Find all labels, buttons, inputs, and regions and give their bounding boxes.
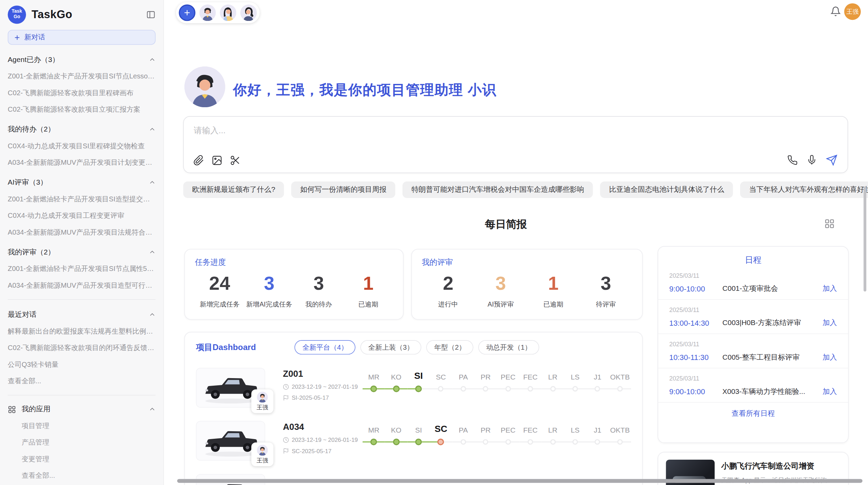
suggestion-chip[interactable]: 当下年轻人对汽车外观有怎样的喜好趋势	[740, 182, 868, 198]
suggestion-chip[interactable]: 特朗普可能对进口汽车增税会对中国车企造成哪些影响	[402, 182, 593, 198]
sidebar-task-item[interactable]: Z001-全新燃油皮卡产品开发项目SI节点Lesson Learn报告	[8, 72, 156, 81]
send-icon[interactable]	[826, 154, 837, 166]
sidebar-collapse-icon[interactable]	[146, 10, 155, 19]
milestone: FEC	[519, 422, 542, 447]
milestone-dot	[550, 386, 555, 391]
event-join-link[interactable]: 加入	[823, 318, 837, 328]
my-apps-list: 项目管理 产品管理 变更管理	[8, 421, 156, 464]
milestone-label: PR	[481, 369, 491, 381]
suggestion-chip[interactable]: 如何写一份清晰的项目周报	[291, 182, 396, 198]
apps-view-all[interactable]: 查看全部...	[22, 471, 156, 481]
milestone: PA	[452, 422, 474, 447]
recent-view-all[interactable]: 查看全部...	[8, 377, 156, 386]
chevron-up-icon[interactable]	[149, 179, 155, 186]
sidebar-task-item[interactable]: C0X4-动力总成开发项目SI里程碑提交物检查	[8, 141, 156, 151]
event-join-link[interactable]: 加入	[823, 284, 837, 294]
milestone: OKTB	[609, 369, 631, 394]
agent-avatar-2[interactable]	[220, 4, 236, 21]
stat: 2 进行中	[422, 273, 474, 310]
sidebar-task-item[interactable]: 解释最新出台的欧盟报废车法规再生塑料比例被调至15%...	[8, 327, 156, 336]
app-sub-item[interactable]: 项目管理	[22, 421, 156, 431]
milestone-dot	[528, 439, 533, 445]
section-items: Z001-全新燃油皮卡产品开发项目SI节点Lesson Learn报告 C02-…	[8, 72, 156, 114]
stat-label: 新增AI完成任务	[246, 300, 292, 309]
stat-label: 已逾期	[358, 300, 378, 309]
dashboard-tab[interactable]: 全新上装（3）	[361, 340, 422, 355]
sidebar-task-item[interactable]: A034-全新新能源MUV产品开发项目法规符合性评审	[8, 228, 156, 237]
suggestion-chip[interactable]: 比亚迪全固态电池计划具体说了什么	[600, 182, 733, 198]
sidebar-task-item[interactable]: A034-全新新能源MUV产品开发项目计划变更表编写	[8, 158, 156, 167]
milestone: MR	[363, 422, 385, 447]
schedule-event: 2025/03/11 9:00-10:00 X003-车辆动力学性能验... 加…	[658, 368, 848, 402]
stat-label: AI预评审	[487, 300, 514, 309]
milestone: FEC	[519, 369, 542, 394]
milestone-label: LR	[548, 422, 557, 434]
sidebar-task-item[interactable]: C02-飞腾新能源轻客改款项目的闭环通告反馈情况	[8, 344, 156, 353]
app-sub-item[interactable]: 变更管理	[22, 455, 156, 464]
milestone-label: J1	[594, 369, 601, 381]
stat-label: 已逾期	[543, 300, 563, 309]
briefing-stat-card: 我的评审 2 进行中 3 AI预评审 1 已逾期 3 待评审	[411, 249, 643, 320]
add-agent-button[interactable]	[179, 4, 195, 21]
project-code: Z001	[283, 369, 359, 379]
milestone-dot	[393, 386, 399, 392]
stat: 3 AI预评审	[474, 273, 527, 310]
stat-value: 3	[601, 273, 611, 294]
horizontal-scrollbar[interactable]	[177, 479, 863, 483]
milestone: KO	[385, 369, 407, 394]
chevron-up-icon[interactable]	[149, 57, 155, 63]
event-date: 2025/03/11	[669, 341, 837, 347]
chevron-up-icon[interactable]	[149, 249, 155, 256]
sidebar-task-item[interactable]: A034-全新新能源MUV产品开发项目造型可行性评审	[8, 281, 156, 290]
voice-call-icon[interactable]	[787, 155, 798, 165]
stat-value: 3	[313, 273, 324, 294]
milestone-track: MR KO SI SC PA PR	[363, 422, 631, 447]
app-logo: Task Go	[8, 5, 26, 23]
milestone-dot	[437, 439, 444, 445]
project-dashboard-card: 项目Dashboard 全新平台（4） 全新上装（3） 年型（2） 动总开发（1…	[184, 332, 643, 485]
layout-grid-icon[interactable]	[824, 219, 835, 229]
attachment-icon[interactable]	[193, 155, 204, 166]
sidebar-task-item[interactable]: C02-飞腾新能源轻客改款项目立项汇报方案	[8, 105, 156, 114]
dashboard-tab[interactable]: 全新平台（4）	[295, 340, 356, 355]
sidebar-item-my-apps[interactable]: 我的应用	[8, 404, 156, 414]
sidebar-task-item[interactable]: 公司Q3轻卡销量	[8, 360, 156, 369]
microphone-icon[interactable]	[807, 155, 817, 165]
chevron-up-icon[interactable]	[149, 126, 155, 133]
dashboard-tab[interactable]: 年型（2）	[426, 340, 473, 355]
event-join-link[interactable]: 加入	[823, 387, 837, 397]
project-row[interactable]: 王强 Z001 2023-12-19 ~ 2027-01-19 SI-2025-…	[196, 368, 631, 408]
dashboard-tab[interactable]: 动总开发（1）	[479, 340, 540, 355]
vertical-scrollbar[interactable]	[864, 186, 866, 291]
agent-avatar-3[interactable]	[240, 4, 257, 21]
sidebar-task-item[interactable]: C02-飞腾新能源轻客改款项目里程碑画布	[8, 88, 156, 98]
app-sub-item[interactable]: 产品管理	[22, 438, 156, 447]
stat-label: 待评审	[596, 300, 616, 309]
event-join-link[interactable]: 加入	[823, 352, 837, 362]
notifications-bell-icon[interactable]	[830, 6, 841, 17]
agent-avatar-1[interactable]	[199, 4, 216, 21]
view-all-schedule-link[interactable]: 查看所有日程	[658, 409, 848, 419]
user-avatar[interactable]: 王强	[844, 3, 861, 20]
new-chat-button[interactable]: 新对话	[8, 30, 156, 45]
sidebar-task-item[interactable]: Z001-全新燃油轻卡产品开发项目SI造型提交物评审	[8, 195, 156, 204]
chevron-up-icon[interactable]	[149, 406, 155, 412]
milestone-dot	[483, 386, 489, 391]
stat-row: 2 进行中 3 AI预评审 1 已逾期 3 待评审	[422, 273, 632, 310]
clock-icon	[283, 384, 289, 390]
milestone-dot	[595, 386, 600, 391]
image-upload-icon[interactable]	[212, 155, 222, 166]
stat-value: 1	[363, 273, 374, 294]
milestone-dot	[505, 439, 511, 445]
chat-composer[interactable]: 请输入...	[183, 116, 848, 173]
milestone-label: SI	[414, 369, 423, 381]
suggestion-chip[interactable]: 欧洲新规最近颁布了什么?	[183, 182, 284, 198]
event-date: 2025/03/11	[669, 375, 837, 382]
grid-icon	[8, 405, 16, 413]
chevron-up-icon[interactable]	[149, 311, 155, 318]
section-items: C0X4-动力总成开发项目SI里程碑提交物检查 A034-全新新能源MUV产品开…	[8, 141, 156, 167]
sidebar-task-item[interactable]: Z001-全新燃油轻卡产品开发项目SI节点属性5D文件评审	[8, 264, 156, 274]
scissors-icon[interactable]	[230, 155, 241, 166]
sidebar-task-item[interactable]: C0X4-动力总成开发项目工程变更评审	[8, 211, 156, 221]
project-row[interactable]: 王强 A034 2023-12-19 ~ 2026-01-19 SC-2025-…	[196, 421, 631, 461]
